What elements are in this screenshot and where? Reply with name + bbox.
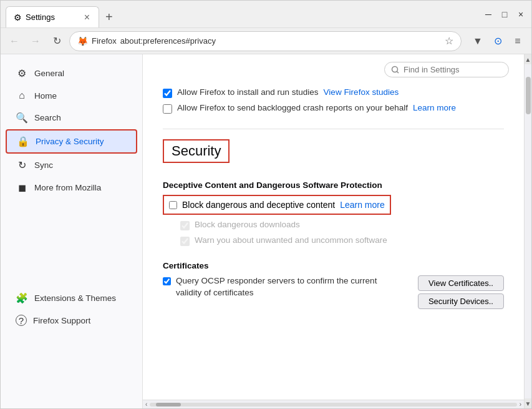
sidebar-item-support-label: Firefox Support (33, 316, 90, 325)
scroll-down-button[interactable]: ▼ (525, 398, 531, 408)
security-section: Security Deceptive Content and Dangerous… (163, 139, 504, 246)
sync-icon: ↻ (16, 159, 28, 171)
bottom-scroll-track[interactable] (150, 403, 516, 407)
certificate-buttons: View Certificates.. Security Devices.. (418, 275, 504, 309)
sidebar-item-home[interactable]: ⌂ Home (6, 85, 137, 106)
extensions-icon: 🧩 (16, 292, 28, 304)
settings-tab-icon: ⚙ (14, 12, 22, 22)
scroll-thumb[interactable] (526, 77, 531, 114)
sidebar-item-sync-label: Sync (34, 160, 53, 170)
right-scrollbar[interactable]: ▲ ▼ (524, 54, 531, 408)
security-title: Security (163, 139, 230, 163)
privacy-icon: 🔒 (17, 136, 29, 147)
studies-checkbox[interactable] (163, 89, 172, 98)
sidebar-item-privacy-label: Privacy & Security (36, 137, 104, 146)
scroll-left-button[interactable]: ‹ (145, 401, 147, 408)
settings-tab-title: Settings (26, 12, 55, 22)
sidebar-item-sync[interactable]: ↻ Sync (6, 154, 137, 176)
certificates-title: Certificates (163, 261, 504, 270)
tab-bar: ⚙ Settings × + (6, 1, 118, 27)
sidebar-item-mozilla-label: More from Mozilla (34, 183, 101, 192)
crash-label: Allow Firefox to send backlogged crash r… (177, 103, 408, 112)
certificates-section: Certificates Query OCSP responder server… (163, 261, 504, 309)
main-area: ⚙ General ⌂ Home 🔍 Search 🔒 Privacy & Se… (1, 54, 531, 408)
scroll-right-button[interactable]: › (520, 401, 521, 408)
bottom-scroll-thumb[interactable] (156, 403, 181, 407)
sidebar-item-support[interactable]: ? Firefox Support (6, 310, 137, 331)
sidebar-item-home-label: Home (34, 91, 57, 101)
scroll-track (525, 64, 531, 398)
sidebar-item-privacy[interactable]: 🔒 Privacy & Security (6, 129, 137, 154)
block-downloads-checkbox[interactable] (180, 221, 190, 230)
sidebar-item-extensions[interactable]: 🧩 Extensions & Themes (6, 287, 137, 309)
nav-bar: ← → ↻ 🦊 Firefox about:preferences#privac… (1, 28, 531, 54)
bottom-scrollbar[interactable]: ‹ › (143, 400, 524, 408)
home-icon: ⌂ (16, 90, 28, 101)
find-bar (143, 54, 524, 82)
block-dangerous-label: Block dangerous and deceptive content (182, 200, 335, 210)
new-tab-button[interactable]: + (100, 6, 118, 27)
site-favicon: 🦊 (77, 36, 88, 46)
crash-checkbox[interactable] (163, 104, 172, 114)
maximize-button[interactable]: □ (499, 9, 510, 20)
warn-unwanted-label: Warn you about unwanted and uncommon sof… (195, 235, 387, 245)
deceptive-content-title: Deceptive Content and Dangerous Software… (163, 180, 504, 190)
find-in-settings-input[interactable] (384, 62, 509, 77)
sidebar-item-extensions-label: Extensions & Themes (34, 293, 116, 303)
studies-section: Allow Firefox to install and run studies… (163, 87, 504, 114)
crash-checkbox-row: Allow Firefox to send backlogged crash r… (163, 103, 504, 114)
search-icon: 🔍 (16, 112, 28, 124)
window-controls: ─ □ × (483, 9, 526, 20)
address-bar[interactable]: 🦊 Firefox about:preferences#privacy ☆ (69, 31, 462, 51)
back-button[interactable]: ← (6, 32, 23, 50)
security-devices-button[interactable]: Security Devices.. (418, 293, 504, 309)
address-text: about:preferences#privacy (120, 36, 441, 46)
settings-content: Allow Firefox to install and run studies… (143, 87, 524, 329)
browser-window: ⚙ Settings × + ─ □ × ← → ↻ 🦊 Firefox abo… (0, 0, 532, 409)
block-dangerous-checkbox[interactable] (169, 201, 177, 209)
mozilla-icon: ◼ (16, 182, 28, 194)
warn-unwanted-row: Warn you about unwanted and uncommon sof… (180, 235, 504, 246)
sidebar: ⚙ General ⌂ Home 🔍 Search 🔒 Privacy & Se… (1, 54, 143, 408)
nav-icons: ▼ ⊙ ≡ (469, 32, 526, 50)
ocsp-label: Query OCSP responder servers to confirm … (176, 275, 403, 299)
block-downloads-row: Block dangerous downloads (180, 220, 504, 230)
view-firefox-studies-link[interactable]: View Firefox studies (324, 87, 399, 97)
tab-close-button[interactable]: × (83, 12, 91, 23)
block-dangerous-learn-more-link[interactable]: Learn more (340, 200, 385, 210)
scroll-up-button[interactable]: ▲ (525, 54, 531, 64)
forward-button[interactable]: → (27, 32, 44, 50)
crash-learn-more-link[interactable]: Learn more (413, 103, 456, 112)
studies-label: Allow Firefox to install and run studies (177, 87, 319, 97)
studies-checkbox-row: Allow Firefox to install and run studies… (163, 87, 504, 98)
refresh-button[interactable]: ↻ (48, 32, 65, 50)
minimize-button[interactable]: ─ (483, 9, 494, 20)
title-bar: ⚙ Settings × + ─ □ × (1, 1, 531, 28)
sidebar-item-search[interactable]: 🔍 Search (6, 107, 137, 129)
sidebar-item-mozilla[interactable]: ◼ More from Mozilla (6, 177, 137, 199)
close-window-button[interactable]: × (515, 9, 526, 20)
ocsp-checkbox[interactable] (163, 277, 171, 285)
settings-content-area: Allow Firefox to install and run studies… (143, 54, 524, 400)
pocket-button[interactable]: ▼ (469, 32, 486, 50)
block-downloads-label: Block dangerous downloads (195, 220, 300, 229)
sidebar-item-general-label: General (34, 69, 64, 78)
warn-unwanted-checkbox[interactable] (180, 237, 190, 246)
block-dangerous-row: Block dangerous and deceptive content Le… (163, 195, 391, 215)
menu-button[interactable]: ≡ (509, 32, 526, 50)
sidebar-item-search-label: Search (34, 113, 61, 122)
settings-tab[interactable]: ⚙ Settings × (6, 6, 99, 27)
section-divider (163, 129, 504, 129)
certificates-row: Query OCSP responder servers to confirm … (163, 275, 504, 309)
general-icon: ⚙ (16, 67, 28, 79)
bookmark-icon[interactable]: ☆ (445, 35, 453, 47)
browser-name: Firefox (92, 36, 117, 46)
firefox-account-button[interactable]: ⊙ (489, 32, 506, 50)
sidebar-item-general[interactable]: ⚙ General (6, 62, 137, 84)
account-icon: ⊙ (494, 35, 502, 47)
view-certificates-button[interactable]: View Certificates.. (418, 275, 504, 291)
support-icon: ? (16, 315, 27, 326)
indented-checkboxes: Block dangerous downloads Warn you about… (180, 220, 504, 246)
